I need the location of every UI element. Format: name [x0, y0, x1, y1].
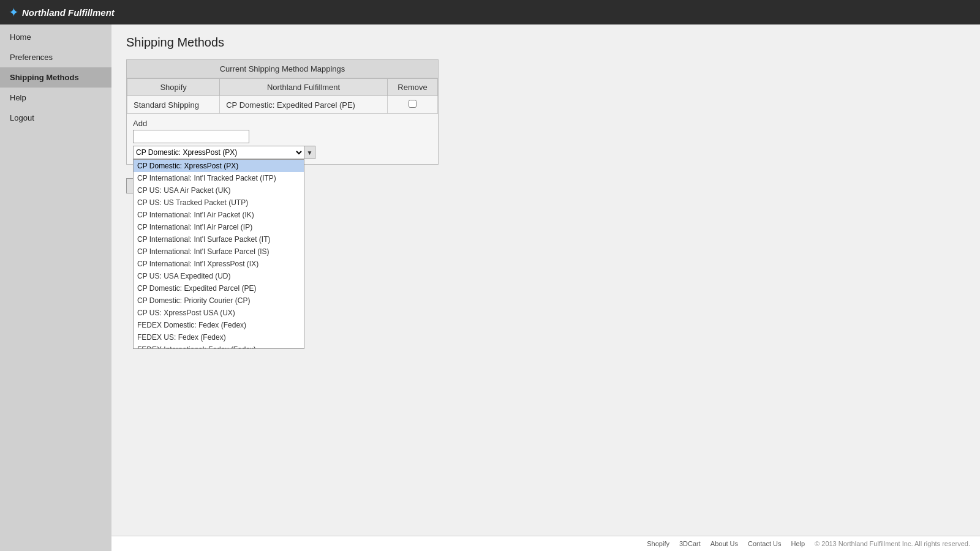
- footer-link[interactable]: About Us: [710, 540, 738, 547]
- dropdown-select-row: CP Domestic: XpressPost (PX)CP Internati…: [133, 146, 432, 159]
- northland-value: CP Domestic: Expedited Parcel (PE): [220, 96, 388, 114]
- dropdown-list-item[interactable]: CP US: XpressPost USA (UX): [134, 307, 304, 319]
- remove-checkbox[interactable]: [409, 100, 417, 108]
- dropdown-list-item[interactable]: FEDEX US: Fedex (Fedex): [134, 331, 304, 343]
- logo-icon: ✦: [9, 5, 19, 20]
- table-section-header: Current Shipping Method Mappings: [127, 60, 438, 78]
- dropdown-list-item[interactable]: FEDEX Domestic: Fedex (Fedex): [134, 319, 304, 331]
- mapping-table: Shopify Northland Fulfillment Remove Sta…: [127, 78, 438, 114]
- sidebar: Home Preferences Shipping Methods Help L…: [0, 24, 111, 551]
- dropdown-list-item[interactable]: FEDEX International: Fedex (Fedex): [134, 343, 304, 349]
- dropdown-list-item[interactable]: CP International: Int'l Tracked Packet (…: [134, 172, 304, 184]
- dropdown-list-item[interactable]: CP International: Int'l Surface Parcel (…: [134, 246, 304, 258]
- footer: Shopify3DCartAbout UsContact UsHelp © 20…: [111, 536, 980, 551]
- mapping-table-container: Current Shipping Method Mappings Shopify…: [126, 59, 439, 165]
- dropdown-list-item[interactable]: CP International: Int'l Air Parcel (IP): [134, 221, 304, 233]
- sidebar-item-shipping-methods[interactable]: Shipping Methods: [0, 67, 111, 88]
- col-shopify: Shopify: [127, 79, 220, 96]
- logo-text: Northland Fulfillment: [22, 7, 115, 18]
- dropdown-list-item[interactable]: CP US: US Tracked Packet (UTP): [134, 197, 304, 209]
- footer-link[interactable]: Contact Us: [748, 540, 781, 547]
- add-shopify-input[interactable]: [133, 130, 249, 143]
- dropdown-arrow-button[interactable]: ▼: [304, 146, 315, 159]
- sidebar-item-home[interactable]: Home: [0, 27, 111, 47]
- dropdown-list-item[interactable]: CP Domestic: Expedited Parcel (PE): [134, 282, 304, 294]
- page-title: Shipping Methods: [126, 36, 965, 50]
- dropdown-list-item[interactable]: CP US: USA Air Packet (UK): [134, 184, 304, 197]
- col-northland: Northland Fulfillment: [220, 79, 388, 96]
- footer-links: Shopify3DCartAbout UsContact UsHelp: [647, 540, 805, 547]
- dropdown-open-list[interactable]: CP Domestic: XpressPost (PX)CP Internati…: [133, 159, 304, 349]
- dropdown-list-item[interactable]: CP Domestic: XpressPost (PX): [134, 160, 304, 172]
- layout: Home Preferences Shipping Methods Help L…: [0, 24, 980, 551]
- shopify-value: Standard Shipping: [127, 96, 220, 114]
- add-row: Add: [127, 114, 438, 146]
- footer-link[interactable]: 3DCart: [679, 540, 701, 547]
- dropdown-list-item[interactable]: CP International: Int'l Air Packet (IK): [134, 209, 304, 221]
- sidebar-item-help[interactable]: Help: [0, 88, 111, 108]
- remove-cell: [387, 96, 437, 114]
- dropdown-area: CP Domestic: XpressPost (PX)CP Internati…: [127, 146, 438, 164]
- dropdown-list-item[interactable]: CP Domestic: Priority Courier (CP): [134, 294, 304, 307]
- table-header-row: Shopify Northland Fulfillment Remove: [127, 79, 438, 96]
- main-content: Shipping Methods Current Shipping Method…: [111, 24, 980, 551]
- header: ✦ Northland Fulfillment: [0, 0, 980, 24]
- sidebar-item-preferences[interactable]: Preferences: [0, 47, 111, 67]
- footer-link[interactable]: Shopify: [647, 540, 669, 547]
- dropdown-list-item[interactable]: CP US: USA Expedited (UD): [134, 270, 304, 282]
- add-label: Add: [133, 119, 432, 128]
- northland-method-select[interactable]: CP Domestic: XpressPost (PX)CP Internati…: [133, 146, 304, 159]
- dropdown-list-item[interactable]: CP International: Int'l XpressPost (IX): [134, 258, 304, 270]
- copyright: © 2013 Northland Fulfillment Inc. All ri…: [815, 540, 970, 547]
- dropdown-list-item[interactable]: CP International: Int'l Surface Packet (…: [134, 233, 304, 246]
- table-row: Standard Shipping CP Domestic: Expedited…: [127, 96, 438, 114]
- sidebar-item-logout[interactable]: Logout: [0, 108, 111, 128]
- footer-link[interactable]: Help: [791, 540, 805, 547]
- col-remove: Remove: [387, 79, 437, 96]
